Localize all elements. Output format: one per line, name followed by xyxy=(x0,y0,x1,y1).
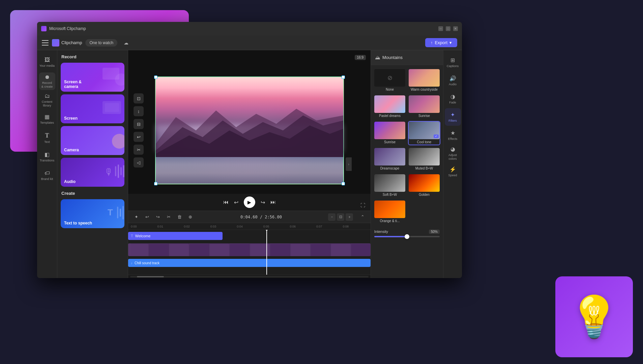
filter-grid: ⊘ None Warm countryside Pastel dreams Su… xyxy=(374,68,440,224)
arrow-tool[interactable]: ◁ xyxy=(134,157,144,168)
mountains-svg xyxy=(156,104,343,157)
handle-tr[interactable] xyxy=(342,75,345,79)
timeline-tool-redo[interactable]: ↪ xyxy=(154,213,162,221)
collapse-panel-button[interactable]: › xyxy=(346,157,352,171)
skip-back-button[interactable]: ⏮ xyxy=(223,199,229,205)
video-track[interactable] xyxy=(128,243,371,256)
filter-cool-thumb: ✓ xyxy=(409,122,440,139)
screen-camera-decoration xyxy=(101,66,124,90)
app-name: Clipchamp xyxy=(61,40,82,45)
filter-golden[interactable]: Golden xyxy=(408,174,440,198)
fit-button[interactable]: ⊡ xyxy=(337,213,344,221)
timeline-tool-split[interactable]: ✂ xyxy=(165,213,173,221)
speed-tool[interactable]: ⚡ Speed xyxy=(445,163,461,180)
svg-rect-18 xyxy=(129,244,148,256)
filter-sunrise-2[interactable]: Sunrise xyxy=(374,121,406,145)
camera-card[interactable]: Camera xyxy=(61,126,124,155)
rewind-button[interactable]: ↩ xyxy=(234,199,238,206)
filter-warm-countryside[interactable]: Warm countryside xyxy=(408,68,440,93)
filter-none[interactable]: ⊘ None xyxy=(374,68,406,93)
ruler-0: 0:00 xyxy=(130,225,157,228)
fade-tool[interactable]: ◑ Fade xyxy=(445,90,461,108)
filter-soft-bw[interactable]: Soft B+W xyxy=(374,174,406,198)
ruler-6: 0:06 xyxy=(289,225,316,228)
project-name-tab[interactable]: One to watch xyxy=(85,39,117,47)
save-icon[interactable]: ☁ xyxy=(122,39,130,47)
timeline-ruler: 0:00 0:01 0:02 0:03 0:04 0:05 0:06 0:07 … xyxy=(128,223,371,230)
filter-sunrise-1[interactable]: Sunrise xyxy=(408,95,440,119)
flip-tool[interactable]: ⊟ xyxy=(134,119,144,129)
filter-orange[interactable]: Orange & ti... xyxy=(374,200,406,224)
play-button[interactable]: ▶ xyxy=(244,196,255,208)
intensity-value: 50% xyxy=(429,230,440,234)
handle-tl[interactable] xyxy=(154,75,157,79)
scrollbar-thumb[interactable] xyxy=(137,276,164,277)
minimize-button[interactable]: ─ xyxy=(438,26,443,31)
tts-card[interactable]: T Text to speech xyxy=(61,199,124,228)
playhead[interactable] xyxy=(266,230,267,275)
timeline-tool-more[interactable]: ⊕ xyxy=(186,213,194,221)
audio-track-icon: ♪ xyxy=(131,261,133,265)
filter-pastel-dreams[interactable]: Pastel dreams xyxy=(374,95,406,119)
close-button[interactable]: ✕ xyxy=(453,26,458,31)
rotate-tool[interactable]: ↕ xyxy=(134,106,144,116)
fullscreen-button[interactable]: ⛶ xyxy=(360,203,365,208)
center-area: 16:9 ⊡ ↕ ⊟ ↩ ✂ ◁ xyxy=(128,50,371,278)
adjust-colors-tool[interactable]: ◕ Adjustcolors xyxy=(445,145,461,162)
maximize-button[interactable]: □ xyxy=(446,26,450,31)
video-preview-container: 16:9 ⊡ ↕ ⊟ ↩ ✂ ◁ xyxy=(128,50,371,211)
audio-tool[interactable]: 🔊 Audio xyxy=(445,72,461,89)
audio-card[interactable]: 🎙 Audio xyxy=(61,158,124,187)
text-track-label: Welcome xyxy=(135,234,151,238)
forward-button[interactable]: ↪ xyxy=(261,199,265,206)
handle-bl[interactable] xyxy=(154,182,157,185)
sidebar-item-templates[interactable]: ▦ Templates xyxy=(39,110,55,128)
filter-cool-tone[interactable]: ✓ Cool tone xyxy=(408,121,440,145)
sidebar-item-media[interactable]: 🖼 Your media xyxy=(39,54,55,71)
audio-track[interactable]: ♪ Chill sound track xyxy=(128,259,371,267)
mascot-container: 💡 xyxy=(555,276,633,357)
timeline-scrollbar xyxy=(128,275,371,278)
filter-pastel-thumb xyxy=(374,95,405,113)
svg-rect-23 xyxy=(230,244,250,256)
intensity-section: Intensity 50% xyxy=(374,228,440,239)
intensity-slider[interactable] xyxy=(374,236,440,237)
effects-tool[interactable]: ★ Effects xyxy=(445,126,461,144)
right-panel-content: ⊘ None Warm countryside Pastel dreams Su… xyxy=(371,65,443,278)
trim-tool[interactable]: ✂ xyxy=(134,145,144,155)
templates-icon: ▦ xyxy=(45,114,50,120)
screen-card[interactable]: Screen xyxy=(61,94,124,123)
export-button[interactable]: ↑ Export ▾ xyxy=(425,38,457,47)
filters-tool[interactable]: ✦ Filters xyxy=(445,108,461,126)
filter-sunrise1-label: Sunrise xyxy=(409,114,440,118)
filter-muted-bw-thumb xyxy=(409,148,440,165)
zoom-in-button[interactable]: ＋ xyxy=(346,213,353,221)
crop-tool[interactable]: ⊡ xyxy=(134,93,144,103)
screen-camera-card[interactable]: Screen &camera xyxy=(61,63,124,92)
right-panel: ⛰ Mountains ⊘ None Warm countryside xyxy=(371,50,443,278)
captions-icon: ⊞ xyxy=(450,57,455,63)
filter-dreamscape[interactable]: Dreamscape xyxy=(374,147,406,172)
filter-muted-bw[interactable]: Muted B+W xyxy=(408,147,440,172)
sidebar-item-record[interactable]: ⏺ Record& create xyxy=(39,72,55,90)
zoom-out-button[interactable]: － xyxy=(328,213,335,221)
camera-decoration xyxy=(101,129,124,153)
sidebar-item-transitions[interactable]: ◧ Transitions xyxy=(39,148,55,165)
captions-tool[interactable]: ⊞ Captions xyxy=(445,54,461,71)
text-track[interactable]: T Welcome xyxy=(128,232,223,240)
undo-tool[interactable]: ↩ xyxy=(134,132,144,142)
skip-forward-button[interactable]: ⏭ xyxy=(270,199,276,205)
sidebar-item-content[interactable]: 🗂 Contentlibrary xyxy=(39,91,55,109)
timeline-expand-button[interactable]: ⌃ xyxy=(358,213,367,221)
screen-decoration xyxy=(101,98,124,121)
sidebar-item-brandkit[interactable]: 🏷 Brand kit xyxy=(39,167,55,184)
timeline-tool-undo[interactable]: ↩ xyxy=(143,213,151,221)
timeline-tool-delete[interactable]: 🗑 xyxy=(175,213,183,221)
sidebar-item-text[interactable]: T Text xyxy=(39,129,55,147)
intensity-thumb[interactable] xyxy=(405,234,409,239)
right-vertical-toolbar: ⊞ Captions 🔊 Audio ◑ Fade ✦ Filters ★ Ef… xyxy=(443,50,462,278)
hamburger-menu[interactable] xyxy=(42,40,49,46)
scrollbar-track[interactable] xyxy=(130,276,369,277)
timeline-tool-select[interactable]: ✦ xyxy=(132,213,140,221)
handle-br[interactable] xyxy=(342,182,345,185)
